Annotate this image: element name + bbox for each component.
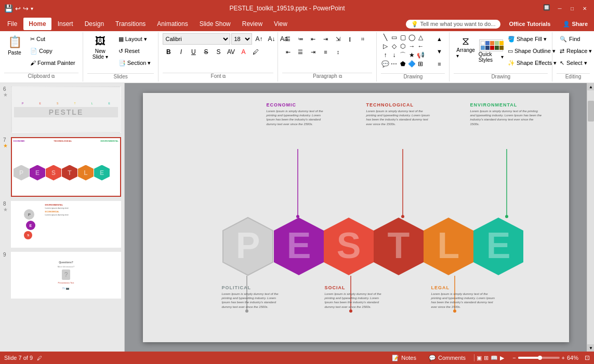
shape-effects-btn[interactable]: ✨ Shape Effects ▾ bbox=[505, 57, 560, 69]
zoom-out-btn[interactable]: − bbox=[512, 355, 516, 361]
notes-btn[interactable]: 📝 Notes bbox=[388, 355, 420, 361]
font-size-select[interactable]: 18 bbox=[231, 33, 252, 45]
shapes-more3[interactable]: ⊞ bbox=[416, 60, 425, 68]
numbered-list-btn[interactable]: ≔ bbox=[295, 33, 306, 45]
decrease-indent-btn[interactable]: ⇤ bbox=[307, 33, 319, 45]
underline-btn[interactable]: U bbox=[188, 46, 199, 58]
align-right-btn[interactable]: ⇥ bbox=[307, 46, 319, 58]
increase-indent-btn[interactable]: ⇥ bbox=[320, 33, 331, 45]
line-shape[interactable]: ╲ bbox=[381, 33, 389, 42]
menu-insert[interactable]: Insert bbox=[52, 18, 78, 30]
rect-shape[interactable]: ▭ bbox=[390, 33, 398, 42]
slide-9-item[interactable]: 9 ★ Questions? More Information? ? Prese… bbox=[2, 251, 122, 300]
qs-cell-3[interactable] bbox=[490, 41, 494, 45]
shapes-more[interactable]: ⬟ bbox=[399, 60, 407, 68]
menu-transitions[interactable]: Transitions bbox=[110, 18, 151, 30]
menu-slideshow[interactable]: Slide Show bbox=[194, 18, 236, 30]
tell-me-text[interactable]: Tell me what you want to do... bbox=[420, 21, 496, 27]
zoom-level[interactable]: 64% bbox=[567, 355, 583, 361]
reset-btn[interactable]: ↺ Reset bbox=[115, 45, 154, 57]
shapes-scrollup-btn[interactable]: ▲ bbox=[433, 33, 445, 45]
ribbon-collapse-icon[interactable]: 🔲 bbox=[541, 4, 552, 12]
slide-canvas[interactable]: ECONOMIC Lorem Ipsum is simply dummy tex… bbox=[143, 93, 569, 342]
select-btn[interactable]: ↖ Select ▾ bbox=[557, 57, 594, 69]
qs-cell-8[interactable] bbox=[490, 46, 494, 50]
hex-shape[interactable]: ⬡ bbox=[399, 42, 407, 50]
slide-9-thumb[interactable]: Questions? More Information? ? Presentat… bbox=[11, 252, 121, 299]
darrow-shape[interactable]: ↓ bbox=[390, 51, 398, 59]
save-icon[interactable]: 💾 bbox=[4, 4, 13, 12]
rtriangle-shape[interactable]: ▷ bbox=[381, 42, 389, 50]
italic-btn[interactable]: I bbox=[175, 46, 187, 58]
zoom-in-btn[interactable]: + bbox=[562, 355, 565, 361]
menu-file[interactable]: File bbox=[2, 18, 22, 30]
font-name-select[interactable]: Calibri bbox=[163, 33, 230, 45]
share-btn[interactable]: 👤 Share bbox=[559, 20, 592, 29]
comments-btn[interactable]: 💬 Comments bbox=[425, 355, 470, 361]
uarrow-shape[interactable]: ↑ bbox=[381, 51, 389, 59]
shadow-btn[interactable]: S bbox=[213, 46, 224, 58]
office-tutorials-btn[interactable]: Office Tutorials bbox=[505, 20, 555, 28]
fit-slide-btn[interactable]: ⊡ bbox=[585, 354, 590, 361]
replace-btn[interactable]: ⇄ Replace ▾ bbox=[557, 45, 594, 57]
zoom-slider[interactable] bbox=[518, 357, 560, 359]
normal-view-btn[interactable]: ▣ bbox=[477, 355, 482, 361]
callout-shape[interactable]: 💬 bbox=[381, 60, 389, 68]
justify-btn[interactable]: ≡ bbox=[320, 46, 331, 58]
qs-cell-5[interactable] bbox=[499, 41, 504, 45]
shape-fill-btn[interactable]: 🪣 Shape Fill ▾ bbox=[505, 33, 560, 45]
diamond-shape[interactable]: ◇ bbox=[390, 42, 398, 50]
increase-font-btn[interactable]: A↑ bbox=[253, 33, 265, 45]
curved-shape[interactable]: ⌒ bbox=[399, 51, 407, 59]
menu-home[interactable]: Home bbox=[23, 18, 51, 30]
star-shape[interactable]: ★ bbox=[407, 51, 416, 59]
arrow-shape[interactable]: → bbox=[407, 42, 416, 50]
format-painter-btn[interactable]: 🖌 Format Painter bbox=[27, 57, 78, 69]
new-slide-btn[interactable]: 🖼 New Slide ▾ bbox=[87, 33, 113, 69]
minimize-btn[interactable]: ─ bbox=[555, 4, 565, 12]
columns-btn[interactable]: ⫿ bbox=[345, 33, 356, 45]
slide-6-item[interactable]: 6 ★ P E S T L E bbox=[2, 85, 122, 134]
qs-cell-10[interactable] bbox=[499, 46, 504, 50]
quick-styles-btn[interactable]: Quick Styles▾ bbox=[479, 51, 504, 63]
paste-btn[interactable]: 📋 Paste bbox=[4, 33, 25, 69]
menu-review[interactable]: Review bbox=[237, 18, 268, 30]
find-btn[interactable]: 🔍 Find bbox=[557, 33, 594, 45]
qs-cell-9[interactable] bbox=[495, 46, 499, 50]
close-btn[interactable]: ✕ bbox=[579, 4, 590, 12]
more-shapes-btn[interactable]: ⋯ bbox=[390, 60, 398, 68]
bullet-list-btn[interactable]: ☰ bbox=[282, 33, 294, 45]
bold-btn[interactable]: B bbox=[163, 46, 174, 58]
section-btn[interactable]: 📑 Section ▾ bbox=[115, 57, 154, 69]
slide-6-thumb[interactable]: P E S T L E PESTLE bbox=[11, 86, 121, 133]
arrange-btn[interactable]: ⧖ Arrange ▾ bbox=[454, 33, 477, 69]
strikethrough-btn[interactable]: S bbox=[200, 46, 212, 58]
reading-view-btn[interactable]: 📖 bbox=[491, 355, 498, 361]
oval-shape[interactable]: ◯ bbox=[407, 33, 416, 42]
decrease-font-btn[interactable]: A↓ bbox=[266, 33, 277, 45]
maximize-btn[interactable]: □ bbox=[567, 4, 577, 12]
banner-shape[interactable]: 📢 bbox=[416, 51, 425, 59]
slide-8-thumb[interactable]: P E S ENVIRONMENTAL Lorem ipsum dummy t bbox=[11, 201, 121, 248]
text-direction-btn[interactable]: ⇲ bbox=[332, 33, 344, 45]
shape-outline-btn[interactable]: ▭ Shape Outline ▾ bbox=[505, 45, 560, 57]
line-spacing-btn[interactable]: ↕ bbox=[332, 46, 344, 58]
menu-view[interactable]: View bbox=[269, 18, 293, 30]
slide-7-thumb[interactable]: ECONOMIC TECHNOLOGICAL ENVIRONMENTAL P E bbox=[11, 137, 121, 197]
qs-cell-2[interactable] bbox=[485, 41, 490, 45]
qs-cell-1[interactable] bbox=[481, 41, 485, 45]
char-spacing-btn[interactable]: AV bbox=[225, 46, 236, 58]
undo-icon[interactable]: ↩ bbox=[15, 5, 21, 12]
smart-art-convert-btn[interactable]: ⌗ bbox=[357, 33, 368, 45]
scroll-track[interactable] bbox=[587, 90, 594, 344]
scroll-down-btn[interactable]: ▼ bbox=[587, 344, 594, 352]
menu-animations[interactable]: Animations bbox=[152, 18, 193, 30]
layout-btn[interactable]: ▦ Layout ▾ bbox=[115, 33, 154, 45]
shapes-more2[interactable]: 🔷 bbox=[407, 60, 416, 68]
slideshow-btn[interactable]: ▶ bbox=[500, 355, 504, 361]
copy-btn[interactable]: 📄 Copy bbox=[27, 45, 78, 57]
qs-cell-7[interactable] bbox=[485, 46, 490, 50]
slide-7-item[interactable]: 7 ★ ECONOMIC TECHNOLOGICAL ENVIRONMENTAL bbox=[2, 136, 122, 198]
align-center-btn[interactable]: ☰ bbox=[295, 46, 306, 58]
slide-sorter-btn[interactable]: ⊞ bbox=[484, 355, 489, 361]
